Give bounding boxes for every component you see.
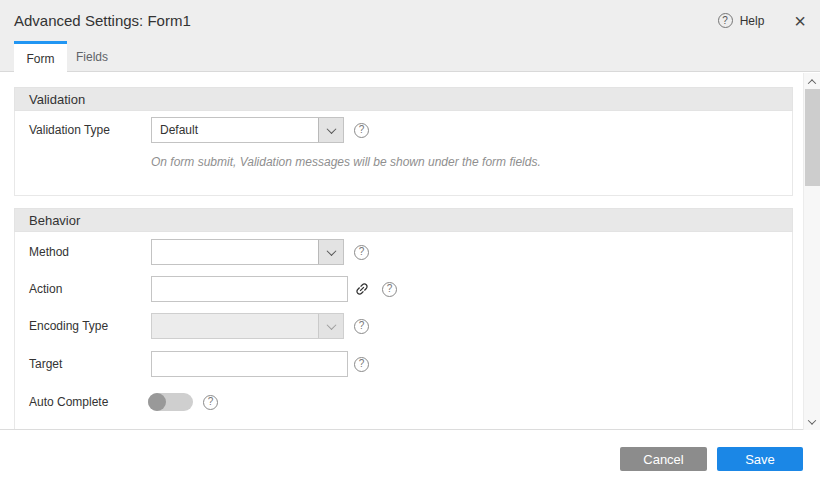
action-input[interactable] <box>151 276 348 302</box>
auto-complete-label: Auto Complete <box>29 389 108 415</box>
section-behavior-body: Method ? Action <box>14 232 793 430</box>
chevron-down-icon <box>808 416 816 424</box>
validation-type-dropdown-button[interactable] <box>318 118 343 142</box>
tab-fields-label: Fields <box>76 50 108 64</box>
method-icons: ? <box>354 239 369 265</box>
tab-form[interactable]: Form <box>14 41 67 73</box>
validation-type-label: Validation Type <box>29 117 110 143</box>
section-behavior-title: Behavior <box>29 213 80 228</box>
row-encoding-type: Encoding Type ? <box>15 313 792 339</box>
help-circle-icon: ? <box>718 13 733 28</box>
validation-type-helper-text: On form submit, Validation messages will… <box>151 155 541 169</box>
link-icon[interactable] <box>354 281 370 297</box>
target-label: Target <box>29 351 62 377</box>
section-validation-title: Validation <box>29 92 85 107</box>
cancel-button[interactable]: Cancel <box>620 447 707 471</box>
close-icon[interactable]: × <box>794 11 806 31</box>
validation-type-help-icon[interactable]: ? <box>354 123 369 138</box>
scrollbar-up-button[interactable] <box>804 73 820 90</box>
auto-complete-icons: ? <box>203 389 218 415</box>
scrollbar-thumb[interactable] <box>805 89 820 186</box>
dialog-titlebar: Advanced Settings: Form1 ? Help × <box>0 0 820 41</box>
scrollbar-down-button[interactable] <box>804 413 820 430</box>
chevron-down-icon <box>326 246 336 256</box>
row-auto-complete: Auto Complete ? <box>15 389 792 415</box>
titlebar-actions: ? Help × <box>718 0 806 41</box>
action-help-icon[interactable]: ? <box>382 282 397 297</box>
section-validation: Validation Validation Type Default ? On … <box>14 87 793 196</box>
target-input[interactable] <box>151 351 348 377</box>
dialog-footer: Cancel Save <box>0 430 820 487</box>
chevron-down-icon <box>326 320 336 330</box>
validation-type-select[interactable]: Default <box>151 117 344 143</box>
encoding-type-help-icon[interactable]: ? <box>354 319 369 334</box>
auto-complete-toggle[interactable] <box>148 393 193 411</box>
section-behavior: Behavior Method ? Action <box>14 208 793 430</box>
row-validation-type: Validation Type Default ? On form submit… <box>15 117 792 143</box>
method-label: Method <box>29 239 69 265</box>
row-method: Method ? <box>15 239 792 265</box>
vertical-scrollbar[interactable] <box>803 73 820 430</box>
tab-form-label: Form <box>27 52 55 66</box>
section-validation-header: Validation <box>14 87 793 111</box>
method-dropdown-button[interactable] <box>318 240 343 264</box>
save-button[interactable]: Save <box>717 447 803 471</box>
tabstrip: Form Fields <box>0 41 820 72</box>
section-validation-body: Validation Type Default ? On form submit… <box>14 111 793 196</box>
encoding-type-label: Encoding Type <box>29 313 108 339</box>
row-action: Action ? <box>15 276 792 302</box>
method-help-icon[interactable]: ? <box>354 245 369 260</box>
help-button[interactable]: ? Help <box>718 13 765 28</box>
validation-type-value: Default <box>160 118 198 142</box>
chevron-down-icon <box>326 124 336 134</box>
help-button-label: Help <box>740 14 765 28</box>
encoding-type-select <box>151 313 344 339</box>
auto-complete-help-icon[interactable]: ? <box>203 395 218 410</box>
dialog-title: Advanced Settings: Form1 <box>14 0 191 41</box>
dialog-content: Validation Validation Type Default ? On … <box>0 73 820 430</box>
encoding-type-icons: ? <box>354 313 369 339</box>
method-select[interactable] <box>151 239 344 265</box>
section-behavior-header: Behavior <box>14 208 793 232</box>
row-target: Target ? <box>15 351 792 377</box>
target-help-icon[interactable]: ? <box>354 357 369 372</box>
action-icons: ? <box>354 276 397 302</box>
action-label: Action <box>29 276 62 302</box>
validation-type-icons: ? <box>354 117 369 143</box>
target-icons: ? <box>354 351 369 377</box>
encoding-type-dropdown-button <box>318 314 343 338</box>
tab-fields[interactable]: Fields <box>67 41 117 72</box>
auto-complete-toggle-knob <box>148 393 166 411</box>
chevron-up-icon <box>808 79 816 87</box>
